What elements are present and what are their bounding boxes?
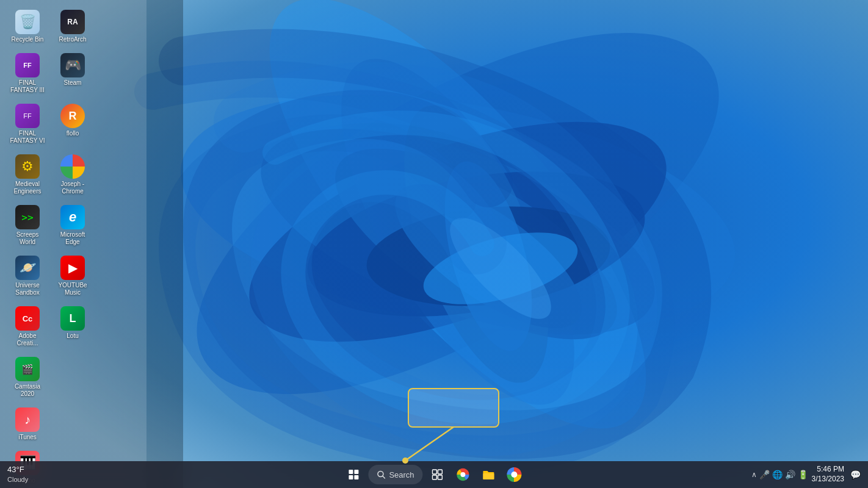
icon-joseph-chrome[interactable]: Joseph - Chrome xyxy=(51,151,94,199)
icon-label-medieval: Medieval Engineers xyxy=(9,181,46,195)
system-tray: ∧ 🎤 🌐 🔊 🔋 xyxy=(751,470,808,479)
svg-rect-22 xyxy=(433,470,437,474)
icon-label-ff6: FINAL FANTASY VI xyxy=(9,130,46,145)
svg-rect-28 xyxy=(483,473,494,479)
svg-rect-17 xyxy=(0,0,868,488)
desktop: 🗑️ Recycle Bin RA RetroArch FF FINAL FAN… xyxy=(0,0,868,488)
icon-ff6[interactable]: FF FINAL FANTASY VI xyxy=(6,100,49,148)
search-icon xyxy=(377,470,385,479)
task-view-icon xyxy=(432,469,443,480)
medieval-img: ⚙ xyxy=(15,154,40,179)
screeps-img: >> xyxy=(15,205,40,229)
ms-edge-img: e xyxy=(60,205,85,229)
lotu-img: L xyxy=(60,306,85,331)
tray-network[interactable]: 🌐 xyxy=(772,470,783,479)
icon-steam[interactable]: 🎮 Steam xyxy=(51,49,94,98)
tray-volume[interactable]: 🔊 xyxy=(785,470,795,479)
icon-lotu[interactable]: L Lotu xyxy=(51,303,94,351)
adobe-img: Cc xyxy=(15,306,40,331)
camtasia-img: 🎬 xyxy=(15,357,40,381)
retroarch-img: RA xyxy=(60,10,85,34)
ff6-img: FF xyxy=(15,104,40,128)
icon-universe-sandbox[interactable]: 🪐 Universe Sandbox xyxy=(6,252,49,300)
icon-flollo[interactable]: R flollo xyxy=(51,100,94,148)
taskbar-clock[interactable]: 5:46 PM 3/13/2023 xyxy=(812,465,844,484)
icon-label-retroarch: RetroArch xyxy=(59,36,86,43)
joseph-chrome-img xyxy=(60,154,85,179)
icon-recycle-bin[interactable]: 🗑️ Recycle Bin xyxy=(6,6,49,47)
svg-point-27 xyxy=(461,472,466,477)
icon-medieval-engineers[interactable]: ⚙ Medieval Engineers xyxy=(6,151,49,199)
clock-date: 3/13/2023 xyxy=(812,475,844,484)
icon-adobe[interactable]: Cc Adobe Creati... xyxy=(6,303,49,351)
notification-icon[interactable]: 💬 xyxy=(850,470,861,479)
recycle-bin-img: 🗑️ xyxy=(15,10,40,34)
svg-rect-23 xyxy=(438,470,443,474)
itunes-img: ♪ xyxy=(15,407,40,432)
google-logo xyxy=(507,467,522,482)
taskbar-google-account[interactable] xyxy=(504,464,526,486)
icon-label-joseph-chrome: Joseph - Chrome xyxy=(54,181,92,195)
taskbar-weather: 43°F Cloudy xyxy=(7,465,28,484)
svg-line-21 xyxy=(383,476,385,479)
icon-ms-edge[interactable]: e Microsoft Edge xyxy=(51,201,94,249)
icon-label-steam: Steam xyxy=(64,79,82,87)
svg-rect-25 xyxy=(438,475,443,479)
tray-battery[interactable]: 🔋 xyxy=(798,470,808,479)
taskbar-search-button[interactable]: Search xyxy=(368,465,422,484)
start-button[interactable] xyxy=(342,464,364,486)
tray-chevron[interactable]: ∧ xyxy=(751,470,757,479)
file-explorer-icon xyxy=(482,468,496,481)
icon-label-itunes: iTunes xyxy=(18,434,37,441)
icon-camtasia[interactable]: 🎬 Camtasia 2020 xyxy=(6,353,49,401)
icon-label-ff3: FINAL FANTASY III xyxy=(9,79,46,94)
weather-temp: 43°F xyxy=(7,465,28,475)
icon-itunes[interactable]: ♪ iTunes xyxy=(6,404,49,445)
ff3-img: FF xyxy=(15,53,40,77)
icon-label-youtube: YOUTUBe Music xyxy=(54,282,92,296)
tray-microphone-off[interactable]: 🎤 xyxy=(759,470,770,479)
icon-label-universe: Universe Sandbox xyxy=(9,282,46,296)
taskbar-file-explorer[interactable] xyxy=(478,464,500,486)
desktop-icons: 🗑️ Recycle Bin RA RetroArch FF FINAL FAN… xyxy=(6,6,94,488)
icon-screeps[interactable]: >> Screeps World xyxy=(6,201,49,249)
windows-logo xyxy=(349,470,358,479)
icon-label-camtasia: Camtasia 2020 xyxy=(9,383,46,398)
icon-retroarch[interactable]: RA RetroArch xyxy=(51,6,94,47)
icon-label-ms-edge: Microsoft Edge xyxy=(54,231,92,246)
youtube-music-img: ▶ xyxy=(60,256,85,280)
icon-label-flollo: flollo xyxy=(67,130,79,137)
flollo-img: R xyxy=(60,104,85,128)
steam-img: 🎮 xyxy=(60,53,85,77)
clock-time: 5:46 PM xyxy=(812,465,844,475)
wallpaper xyxy=(0,0,868,488)
taskbar-chrome[interactable] xyxy=(452,464,474,486)
svg-rect-24 xyxy=(433,475,437,479)
taskbar-search-label: Search xyxy=(389,470,414,479)
universe-img: 🪐 xyxy=(15,256,40,280)
icon-label-screeps: Screeps World xyxy=(9,231,46,246)
taskbar-center: Search xyxy=(342,464,525,486)
icon-youtube-music[interactable]: ▶ YOUTUBe Music xyxy=(51,252,94,300)
taskbar-task-view[interactable] xyxy=(427,464,449,486)
chrome-icon xyxy=(457,468,470,481)
icon-label-recycle-bin: Recycle Bin xyxy=(12,36,44,43)
taskbar: 43°F Cloudy Search xyxy=(0,461,868,488)
icon-ff3[interactable]: FF FINAL FANTASY III xyxy=(6,49,49,98)
weather-desc: Cloudy xyxy=(7,475,28,484)
icon-label-adobe: Adobe Creati... xyxy=(9,332,46,347)
icon-label-lotu: Lotu xyxy=(67,332,78,340)
